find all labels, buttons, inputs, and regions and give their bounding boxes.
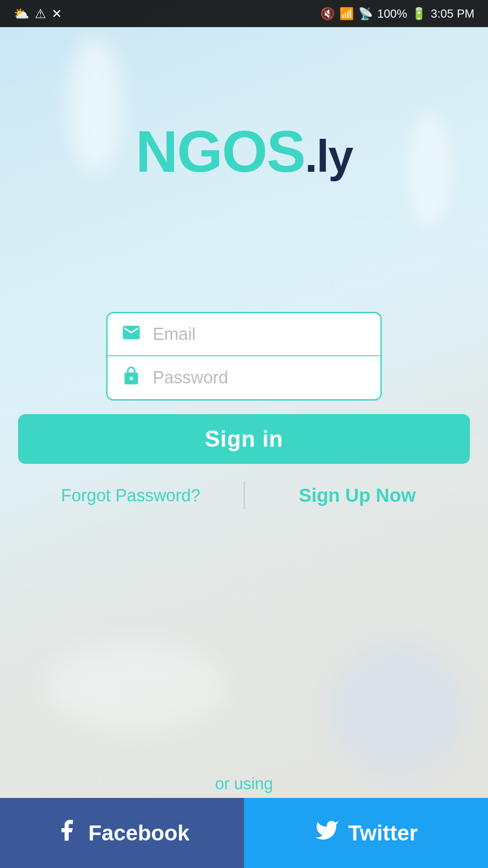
- facebook-button[interactable]: Facebook: [0, 798, 244, 868]
- signal-icon: 📡: [358, 7, 373, 21]
- links-row: Forgot Password? Sign Up Now: [18, 482, 470, 509]
- password-field[interactable]: [153, 368, 367, 387]
- lock-icon: [121, 366, 141, 390]
- main-content: NGOS.ly Sign in Forgot Password?: [0, 27, 488, 509]
- app-logo: NGOS.ly: [136, 118, 352, 185]
- facebook-icon: [54, 818, 79, 849]
- logo-ngos: NGOS: [136, 118, 305, 184]
- logo-container: NGOS.ly: [136, 118, 352, 185]
- sign-up-link[interactable]: Sign Up Now: [245, 485, 470, 506]
- sign-in-button[interactable]: Sign in: [18, 414, 470, 464]
- email-input-row: [108, 313, 380, 356]
- battery-label: 100%: [377, 7, 408, 21]
- wifi-icon: 📶: [339, 7, 354, 21]
- twitter-icon: [314, 818, 339, 849]
- status-bar-left: ⛅ ⚠ ✕: [14, 6, 62, 21]
- facebook-label: Facebook: [88, 821, 189, 845]
- twitter-button[interactable]: Twitter: [244, 798, 488, 868]
- bg-blob-3: [45, 642, 226, 732]
- weather-icon: ⛅: [14, 6, 29, 21]
- status-bar: ⛅ ⚠ ✕ 🔇 📶 📡 100% 🔋 3:05 PM: [0, 0, 488, 27]
- warning-icon: ⚠: [35, 6, 46, 21]
- or-using-label: or using: [215, 774, 273, 793]
- status-bar-right: 🔇 📶 📡 100% 🔋 3:05 PM: [320, 7, 474, 21]
- forgot-password-link[interactable]: Forgot Password?: [18, 486, 244, 505]
- email-field[interactable]: [153, 325, 367, 344]
- time-label: 3:05 PM: [431, 7, 474, 21]
- logo-dotly: .ly: [305, 131, 352, 181]
- close-icon: ✕: [52, 6, 62, 21]
- input-group: [106, 312, 382, 401]
- bg-blob-4: [330, 642, 465, 778]
- email-icon: [121, 322, 141, 347]
- password-input-row: [108, 356, 380, 399]
- twitter-label: Twitter: [348, 821, 418, 845]
- social-bar: Facebook Twitter: [0, 798, 488, 868]
- mute-icon: 🔇: [320, 7, 335, 21]
- battery-icon: 🔋: [412, 7, 426, 21]
